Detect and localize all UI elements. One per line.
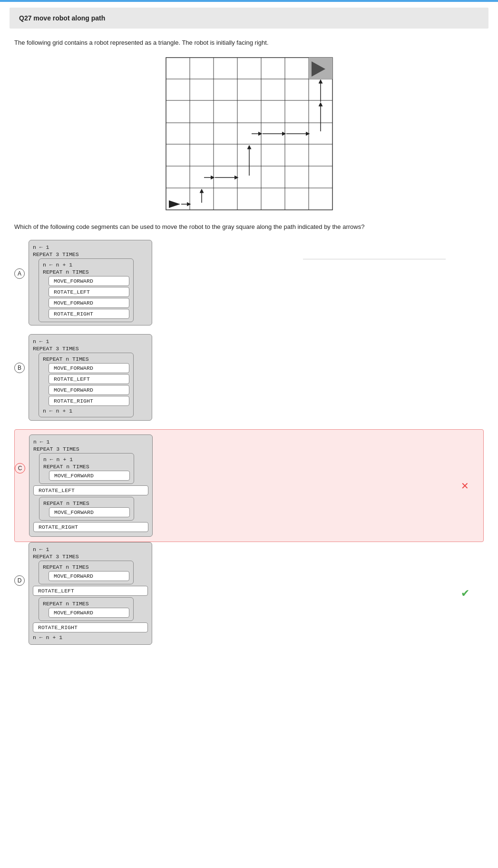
option-a-label: A bbox=[14, 268, 29, 279]
correct-mark: ✔ bbox=[461, 587, 469, 600]
option-a-code: n ← 1 REPEAT 3 TIMES n ← n + 1 REPEAT n … bbox=[29, 240, 152, 326]
grid-container bbox=[14, 53, 484, 215]
top-bar bbox=[0, 0, 498, 2]
options-area: A n ← 1 REPEAT 3 TIMES n ← n + 1 REPEAT … bbox=[14, 240, 484, 653]
option-b-code: n ← 1 REPEAT 3 TIMES REPEAT n TIMES MOVE… bbox=[29, 334, 152, 421]
question-text: Which of the following code segments can… bbox=[14, 223, 484, 230]
option-a-row: A n ← 1 REPEAT 3 TIMES n ← n + 1 REPEAT … bbox=[14, 240, 484, 326]
description: The following grid contains a robot repr… bbox=[14, 39, 484, 46]
option-d-row: D n ← 1 REPEAT 3 TIMES REPEAT n TIMES MO… bbox=[14, 542, 484, 645]
option-d-label: D bbox=[14, 575, 29, 586]
separator-a bbox=[303, 259, 446, 259]
option-b-label: B bbox=[14, 363, 29, 373]
question-title: Q27 move robot along path bbox=[19, 14, 105, 22]
option-c-row: C n ← 1 REPEAT 3 TIMES n ← n + 1 REPEAT … bbox=[14, 429, 484, 542]
option-c-label: C bbox=[15, 463, 29, 473]
question-header: Q27 move robot along path bbox=[10, 8, 488, 29]
robot-grid bbox=[161, 53, 337, 215]
option-d-code: n ← 1 REPEAT 3 TIMES REPEAT n TIMES MOVE… bbox=[29, 542, 152, 645]
incorrect-mark: ✕ bbox=[461, 480, 469, 492]
option-c-code: n ← 1 REPEAT 3 TIMES n ← n + 1 REPEAT n … bbox=[29, 434, 153, 537]
option-b-row: B n ← 1 REPEAT 3 TIMES REPEAT n TIMES MO… bbox=[14, 334, 484, 421]
